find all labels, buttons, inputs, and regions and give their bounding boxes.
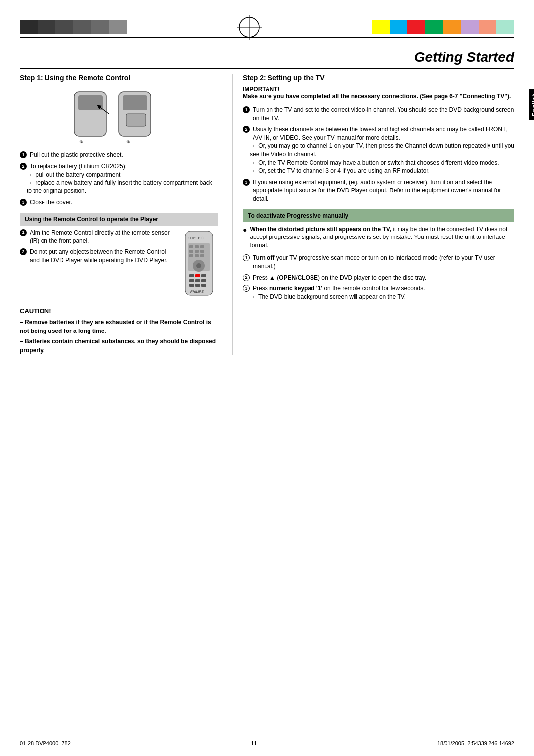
step2-item-2-arrow3: → Or, set the TV to channel 3 or 4 if yo…	[243, 167, 430, 175]
footer: 01-28 DVP4000_782 11 18/01/2005, 2:54339…	[20, 737, 514, 746]
step1-num-3: 3	[20, 199, 27, 206]
color-bar-left	[20, 20, 127, 34]
swatch-mint	[496, 20, 514, 34]
svg-rect-14	[189, 245, 193, 248]
svg-rect-27	[201, 274, 206, 277]
svg-rect-4	[78, 95, 103, 110]
page-title: Getting Started	[20, 49, 514, 69]
step2-item-2: 2 Usually these channels are between the…	[243, 125, 514, 175]
step1-heading: Step 1: Using the Remote Control	[20, 74, 218, 82]
deactivate-num-3: 3	[243, 285, 250, 292]
step2-item-2-arrow1: → Or, you may go to channel 1 on your TV…	[243, 142, 514, 159]
swatch-6	[109, 20, 127, 34]
svg-rect-17	[189, 250, 193, 253]
svg-rect-33	[201, 284, 206, 287]
remote-operate-box: Using the Remote Control to operate the …	[20, 213, 218, 226]
svg-rect-6	[123, 95, 147, 110]
step1-item-2-arrow2: → replace a new battery and fully insert…	[20, 179, 218, 195]
svg-rect-26	[195, 274, 200, 277]
swatch-orange	[443, 20, 461, 34]
step2-item-1: 1 Turn on the TV and set to the correct …	[243, 106, 514, 123]
swatch-green	[425, 20, 443, 34]
step2-item-2-arrow2: → Or, the TV Remote Control may have a b…	[243, 159, 499, 167]
svg-rect-20	[189, 254, 193, 257]
svg-rect-21	[195, 254, 199, 257]
svg-rect-18	[195, 250, 199, 253]
caution-box: CAUTION! – Remove batteries if they are …	[20, 306, 218, 355]
svg-text:②: ②	[126, 140, 130, 144]
bullet-dot: ●	[243, 225, 247, 235]
svg-text:'0  0"  0"  ⊕: '0 0" 0" ⊕	[188, 236, 205, 240]
svg-rect-28	[189, 279, 194, 282]
svg-point-24	[196, 263, 201, 268]
deactivate-item-2: 2 Press ▲ (OPEN/CLOSE) on the DVD player…	[243, 274, 514, 282]
step2-item-3: 3 If you are using external equipment, (…	[243, 178, 514, 203]
language-tab: English	[529, 89, 534, 120]
swatch-4	[73, 20, 91, 34]
swatch-3	[55, 20, 73, 34]
footer-right: 18/01/2005, 2:54339 246 14692	[437, 740, 514, 746]
swatch-pink	[479, 20, 496, 34]
deactivate-box: To deactivate Progressive manually	[243, 209, 514, 222]
important-text: Make sure you have completed all the nec…	[243, 93, 514, 101]
remote-operate-text: 1 Aim the Remote Control directly at the…	[20, 229, 176, 299]
column-right: Step 2: Setting up the TV IMPORTANT! Mak…	[232, 74, 514, 355]
svg-rect-22	[200, 254, 204, 257]
caution-title: CAUTION!	[20, 306, 218, 316]
svg-rect-7	[126, 114, 146, 126]
caution-line-2: – Batteries contain chemical substances,…	[20, 337, 218, 355]
swatch-5	[91, 20, 109, 34]
color-bar-right	[372, 20, 514, 34]
footer-left: 01-28 DVP4000_782	[20, 740, 71, 746]
operate-num-2: 2	[20, 248, 27, 255]
deactivate-item-3-arrow1: → The DVD blue background screen will ap…	[243, 293, 406, 301]
svg-rect-19	[200, 250, 204, 253]
step1-item-2-arrow1: → pull out the battery compartment	[20, 171, 120, 179]
svg-rect-16	[200, 245, 204, 248]
operate-item-2: 2 Do not put any objects between the Rem…	[20, 248, 176, 265]
deactivate-item-3: 3 Press numeric keypad '1' on the remote…	[243, 284, 514, 301]
caution-line-1: – Remove batteries if they are exhausted…	[20, 318, 218, 335]
color-bar	[0, 15, 534, 40]
important-box: IMPORTANT! Make sure you have completed …	[243, 86, 514, 101]
deactivate-item-bullet: ● When the distorted picture still appea…	[243, 225, 514, 250]
step1-item-1: 1 Pull out the plastic protective sheet.	[20, 151, 218, 159]
crosshair	[237, 15, 262, 40]
operate-item-1: 1 Aim the Remote Control directly at the…	[20, 229, 176, 245]
column-left: Step 1: Using the Remote Control ① ②	[20, 74, 218, 355]
svg-text:PHILIPS: PHILIPS	[190, 290, 204, 293]
swatch-cyan	[390, 20, 407, 34]
remote-operate-content: 1 Aim the Remote Control directly at the…	[20, 229, 218, 299]
swatch-purple	[461, 20, 479, 34]
step1-num-1: 1	[20, 151, 27, 158]
deactivate-num-1: 1	[243, 254, 250, 261]
svg-rect-15	[195, 245, 199, 248]
main-content: Getting Started Step 1: Using the Remote…	[20, 49, 514, 726]
svg-rect-25	[189, 274, 194, 277]
important-title: IMPORTANT!	[243, 86, 514, 93]
step2-num-2: 2	[243, 126, 250, 133]
step1-item-3: 3 Close the cover.	[20, 198, 218, 207]
deactivate-num-2: 2	[243, 274, 250, 281]
swatch-red	[407, 20, 425, 34]
svg-text:①: ①	[79, 140, 83, 144]
svg-rect-29	[195, 279, 200, 282]
swatch-yellow	[372, 20, 390, 34]
remote-control-image: ① ②	[69, 87, 168, 146]
swatch-1	[20, 20, 38, 34]
step1-item-2: 2 To replace battery (Lithium CR2025); →…	[20, 162, 218, 195]
top-divider	[20, 37, 514, 38]
operate-num-1: 1	[20, 229, 27, 236]
small-remote-image: '0 0" 0" ⊕	[180, 229, 218, 299]
two-column-layout: Step 1: Using the Remote Control ① ②	[20, 74, 514, 355]
right-border-line	[519, 15, 519, 727]
step1-num-2: 2	[20, 163, 27, 170]
step2-num-1: 1	[243, 106, 250, 113]
footer-center: 11	[251, 740, 257, 746]
deactivate-item-1: 1 Turn off your TV progressive scan mode…	[243, 254, 514, 271]
svg-rect-31	[189, 284, 194, 287]
swatch-2	[38, 20, 55, 34]
step2-heading: Step 2: Setting up the TV	[243, 74, 514, 82]
left-border-line	[15, 15, 15, 727]
step2-num-3: 3	[243, 179, 250, 186]
